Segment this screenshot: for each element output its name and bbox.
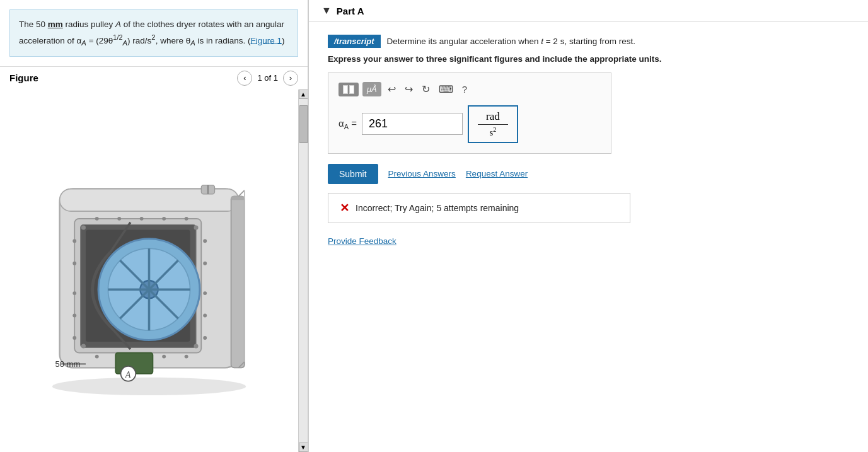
scrollbar-thumb[interactable] (299, 105, 308, 143)
svg-point-36 (95, 354, 99, 358)
submit-button[interactable]: Submit (328, 164, 378, 184)
scrollbar-down[interactable]: ▼ (299, 443, 308, 452)
svg-point-35 (203, 336, 207, 340)
svg-point-40 (185, 354, 188, 358)
transcript-badge[interactable]: /transcript (328, 35, 381, 48)
svg-text:50 mm: 50 mm (55, 359, 81, 369)
svg-rect-19 (231, 196, 245, 368)
answer-input[interactable] (362, 113, 463, 135)
keyboard-button[interactable]: ⌨ (436, 82, 456, 96)
express-significant-figures: Express your answer to three significant… (328, 54, 855, 64)
problem-description: The 50 mm radius pulley A of the clothes… (9, 9, 298, 57)
transcript-description: Determine its angular acceleration when … (387, 37, 635, 46)
svg-point-39 (162, 354, 166, 358)
svg-point-22 (117, 217, 121, 221)
transcript-row: /transcript Determine its angular accele… (328, 35, 855, 48)
part-toggle-icon[interactable]: ▼ (321, 5, 332, 16)
scrollbar-up[interactable]: ▲ (299, 90, 308, 99)
undo-button[interactable]: ↩ (385, 82, 398, 96)
figure-header: Figure ‹ 1 of 1 › (0, 66, 308, 90)
svg-point-34 (203, 313, 207, 317)
alpha-label: αA = (339, 118, 357, 130)
svg-rect-20 (231, 196, 245, 200)
figure-image: 50 mm A (0, 90, 298, 452)
x-icon: ✕ (340, 201, 349, 215)
figure-prev-button[interactable]: ‹ (237, 71, 252, 86)
svg-point-27 (72, 262, 76, 265)
mu-button[interactable]: μÅ (362, 82, 381, 96)
svg-text:A: A (125, 369, 131, 379)
svg-line-48 (238, 190, 244, 196)
svg-point-24 (162, 217, 166, 221)
svg-point-33 (203, 291, 207, 295)
previous-answers-button[interactable]: Previous Answers (388, 169, 456, 178)
request-answer-button[interactable]: Request Answer (466, 169, 528, 178)
svg-point-32 (203, 262, 207, 265)
input-row: αA = rad s2 (339, 105, 601, 143)
provide-feedback-button[interactable]: Provide Feedback (328, 236, 396, 246)
unit-numerator: rad (478, 110, 508, 123)
toolbar: μÅ ↩ ↪ ↻ ⌨ ? (339, 82, 601, 96)
figure-scrollbar: ▲ ▼ (298, 90, 308, 452)
svg-point-30 (72, 336, 76, 340)
incorrect-feedback-box: ✕ Incorrect; Try Again; 5 attempts remai… (328, 193, 630, 223)
help-button[interactable]: ? (460, 83, 470, 96)
svg-point-23 (140, 217, 144, 221)
reload-button[interactable]: ↻ (419, 82, 432, 96)
redo-button[interactable]: ↪ (402, 82, 415, 96)
unit-fraction-line (478, 124, 508, 125)
svg-point-16 (194, 225, 198, 229)
figure-link[interactable]: Figure 1 (250, 35, 282, 45)
part-header: ▼ Part A (309, 0, 868, 22)
right-panel: ▼ Part A /transcript Determine its angul… (309, 0, 868, 452)
svg-point-31 (203, 239, 207, 243)
svg-point-29 (72, 313, 76, 317)
mm-unit: mm (48, 20, 63, 29)
format-button-1[interactable] (339, 83, 359, 96)
svg-point-18 (194, 344, 198, 348)
answer-box: μÅ ↩ ↪ ↻ ⌨ ? αA = rad s2 (328, 72, 611, 154)
unit-box: rad s2 (468, 105, 518, 143)
unit-denominator: s2 (478, 126, 508, 138)
incorrect-text: Incorrect; Try Again; 5 attempts remaini… (356, 203, 519, 213)
left-panel: The 50 mm radius pulley A of the clothes… (0, 0, 309, 452)
part-title: Part A (337, 6, 364, 16)
svg-point-21 (95, 217, 99, 221)
buttons-row: Submit Previous Answers Request Answer (328, 164, 855, 184)
svg-point-25 (185, 217, 188, 221)
svg-point-0 (52, 377, 246, 395)
t-variable: t (541, 37, 543, 46)
svg-point-17 (81, 344, 86, 348)
figure-next-button[interactable]: › (283, 71, 298, 86)
svg-point-15 (81, 225, 86, 229)
figure-count: 1 of 1 (257, 73, 278, 83)
svg-point-28 (72, 291, 76, 295)
figure-nav: ‹ 1 of 1 › (237, 71, 298, 86)
scrollbar-track (299, 99, 308, 443)
pulley-label: A (115, 20, 121, 29)
figure-area: Figure ‹ 1 of 1 › (0, 66, 308, 452)
right-content: /transcript Determine its angular accele… (309, 22, 868, 258)
svg-point-26 (72, 239, 76, 243)
dryer-illustration: 50 mm A (0, 90, 298, 452)
figure-title: Figure (9, 72, 237, 83)
